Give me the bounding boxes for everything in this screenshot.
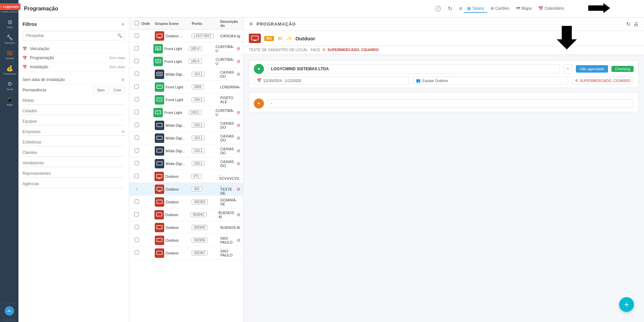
table-row[interactable]: Mídia Digi... 153.1 CAXIAS DO ⊘ xyxy=(129,157,243,170)
row-checkbox[interactable] xyxy=(134,212,139,216)
ooh-icon: ⊞ xyxy=(8,19,12,25)
row-checkbox[interactable] xyxy=(134,84,139,89)
detail-close-button[interactable]: ✕ xyxy=(249,21,253,27)
point-badge: LOUT-0017 xyxy=(192,33,214,38)
location-label: GOIANIA-SE xyxy=(220,198,240,206)
row-checkbox[interactable] xyxy=(135,135,139,140)
sidebar-item-ooh[interactable]: ⊞ OOH xyxy=(0,16,18,32)
row-checkbox[interactable] xyxy=(135,97,139,102)
row-checkbox[interactable] xyxy=(135,123,139,127)
sidebar-item-geral[interactable]: ⚙ Geral xyxy=(0,78,18,93)
filter-button[interactable]: ≡ xyxy=(458,4,463,13)
sidebar-item-apps[interactable]: 📱 Apps xyxy=(0,93,18,109)
table-row[interactable]: Mídia Digi... 153.1 CAXIAS DO ⊘ xyxy=(129,132,243,145)
detail-refresh-button[interactable]: ↻ xyxy=(626,21,631,27)
row-checkbox[interactable] xyxy=(135,225,139,229)
card-minus-button[interactable]: − xyxy=(563,64,572,74)
table-row[interactable]: Front Light 100.1 CURITIBA-U ⊘ xyxy=(129,106,243,119)
row-checkbox[interactable] xyxy=(134,59,139,63)
row-checkbox[interactable] xyxy=(134,174,139,178)
item-subtitle-bar: TESTE DE CADASTRO DE LOCAL · FACE ⊘ SUPE… xyxy=(243,46,644,55)
table-row[interactable]: Outdoor 002943 BUENOS AI xyxy=(129,221,243,234)
media-type-label: Front Light xyxy=(166,85,183,89)
svg-rect-20 xyxy=(157,123,162,127)
row-checkbox[interactable] xyxy=(135,238,139,242)
table-row[interactable]: Outdoor 002956 SAO PAULO ⊘ xyxy=(129,234,243,247)
perm-com-button[interactable]: Com xyxy=(110,87,125,93)
tag-prohibited-icon: ⊘ xyxy=(575,78,578,83)
tab-tabela[interactable]: ▦ Tabela xyxy=(464,5,487,13)
table-body: Outdoor ... LOUT-0017 CANOAS-Ig xyxy=(129,30,243,322)
table-row[interactable]: Mídia Digi... 153.1 CAXIAS DO ⊘ xyxy=(129,145,243,157)
detail-print-button[interactable]: 🖨 xyxy=(633,21,639,27)
table-row[interactable]: Mídia Digi... 153.1 CAXIAS DO ⊘ xyxy=(129,68,243,81)
logo-plus-icon: + xyxy=(0,4,2,9)
apps-icon: 📱 xyxy=(6,96,13,103)
perm-sem-button[interactable]: Sem xyxy=(93,87,108,93)
media-type-label: Front Light xyxy=(166,98,183,102)
tag-field: ⊘ SUPERMERCADO, CIGARRO xyxy=(572,77,634,84)
prohibited-icon: ⊘ xyxy=(237,59,240,64)
media-type-label: Outdoor xyxy=(166,187,179,191)
svg-rect-33 xyxy=(157,238,162,242)
notes-input[interactable] xyxy=(267,99,634,108)
location-label: BUENOS AI ⊘ xyxy=(219,211,240,219)
row-checkbox[interactable] xyxy=(135,72,139,76)
sidebar-item-vendas[interactable]: 💼 Vendas xyxy=(0,47,18,63)
search-box: 🔍 xyxy=(22,31,125,40)
table-row[interactable]: Mídia Digi... 153.1 CAXIAS DO ⊘ xyxy=(129,119,243,132)
table-row[interactable]: Outdoor 002941 BUENOS AI ⊘ xyxy=(129,208,243,221)
location-label: CAXIAS DO ⊘ xyxy=(220,147,240,155)
empresas-close[interactable]: ✕ xyxy=(122,129,125,134)
svg-rect-21 xyxy=(157,136,162,139)
group-cidades: Cidades xyxy=(22,106,125,115)
history-button[interactable]: 🕐 xyxy=(433,4,443,13)
equipe-icon: 👥 xyxy=(416,78,421,83)
tab-cartoes[interactable]: ⊞ Cartões xyxy=(487,5,513,13)
row-checkbox[interactable] xyxy=(135,33,139,38)
row-checkbox[interactable] xyxy=(134,110,139,114)
btn-nao-agendado[interactable]: Não agendado xyxy=(576,65,608,73)
table-row[interactable]: Front Light 100.4 CURITIBA-U ⊘ xyxy=(129,42,243,55)
client-name-input[interactable] xyxy=(267,64,560,74)
svg-rect-24 xyxy=(156,174,162,178)
media-type-label: Outdoor xyxy=(165,174,179,178)
row-checkbox[interactable] xyxy=(135,250,139,255)
sidebar-item-servicos[interactable]: 🔧 Serviços xyxy=(0,32,18,47)
date-range-field[interactable]: 📅 12/30/2024 · 1/12/2025 xyxy=(254,77,409,84)
row-checkbox[interactable] xyxy=(134,46,139,50)
table-row[interactable]: Outdoor ... LOUT-0017 CANOAS-Ig xyxy=(129,30,243,42)
permanencia-row: Permanência Sem Com xyxy=(22,85,125,95)
point-badge: 002957 xyxy=(192,250,208,255)
financeiro-icon: 💰 xyxy=(6,65,13,72)
search-button[interactable]: 🔍 xyxy=(117,33,122,38)
fab-add-button[interactable]: + xyxy=(619,297,634,312)
row-checkbox[interactable] xyxy=(135,161,139,165)
table-row[interactable]: Outdoor 002957 SAO PAULO xyxy=(129,247,243,259)
media-type-icon xyxy=(155,236,164,245)
geral-icon: ⚙ xyxy=(7,81,12,87)
table-area: Orde Grupos Ícone Ponto Descrição do xyxy=(129,17,243,322)
table-row[interactable]: Front Light 2983 LONDRINA- xyxy=(129,81,243,93)
row-checkbox[interactable] xyxy=(135,199,139,204)
table-row[interactable]: Outdoor 002352 GOIANIA-SE xyxy=(129,196,243,208)
select-all-checkbox[interactable] xyxy=(135,21,139,25)
table-row[interactable]: Outdoor #T1 , XCVXVCVX, xyxy=(129,170,243,183)
row-checkbox[interactable] xyxy=(135,148,139,153)
group-midias: Midias xyxy=(22,95,125,105)
item-tags: SUPERMERCADO, CIGARRO xyxy=(327,48,379,52)
refresh-button[interactable]: ↻ xyxy=(447,4,454,13)
table-row[interactable]: Front Light 154.1 PORTO ALE xyxy=(129,93,243,106)
tab-calendario[interactable]: 📅 Calendário xyxy=(535,5,567,13)
sem-data-close[interactable]: ✕ xyxy=(121,77,125,82)
sidebar-item-financeiro[interactable]: 💰 Financeiro xyxy=(0,63,18,78)
point-badge: 100.4 xyxy=(189,59,202,64)
equipe-field[interactable]: 👥 Equipe Outdoor xyxy=(413,77,568,84)
col-select-all[interactable] xyxy=(132,21,141,26)
table-row[interactable]: Front Light 100.4 CURITIBA-U ⊘ xyxy=(129,55,243,68)
filter-close-button[interactable]: ✕ xyxy=(121,22,125,27)
prohibited-icon: ⊘ xyxy=(237,212,240,217)
search-input[interactable] xyxy=(22,31,125,40)
table-row[interactable]: ✓ Outdoor 001 , TESTE DE ⊘ xyxy=(129,183,243,196)
tab-mapa[interactable]: 🗺 Mapa xyxy=(513,5,535,13)
